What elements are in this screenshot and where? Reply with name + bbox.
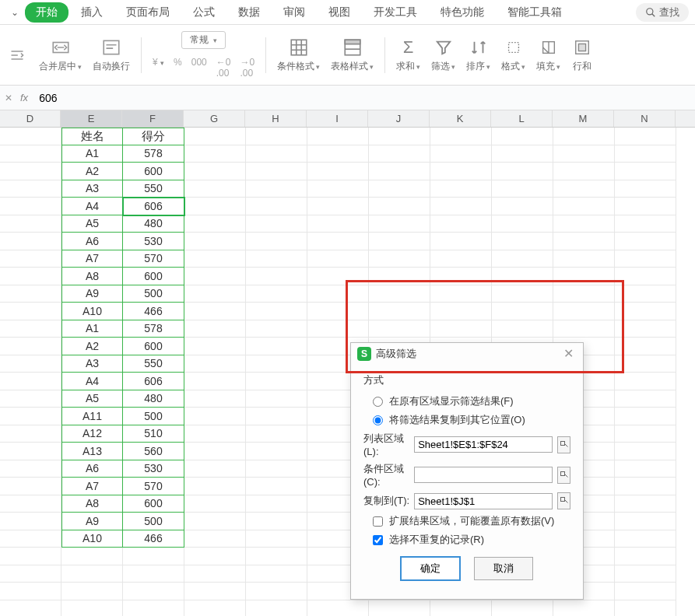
grid-cell[interactable]	[0, 425, 61, 443]
column-header-m[interactable]: M	[553, 110, 614, 127]
extend-results-checkbox[interactable]	[373, 516, 383, 527]
grid-cell[interactable]	[184, 583, 246, 600]
grid-cell[interactable]	[0, 320, 61, 338]
grid-cell[interactable]	[369, 163, 430, 180]
ribbon-search[interactable]: 查找	[636, 3, 689, 22]
grid-cell[interactable]	[184, 268, 246, 285]
grid-cell[interactable]	[246, 425, 307, 443]
grid-cell[interactable]	[0, 390, 61, 408]
table-cell[interactable]: A8	[61, 495, 123, 513]
grid-cell[interactable]	[615, 600, 676, 617]
grid-cell[interactable]	[307, 233, 369, 250]
grid-cell[interactable]	[492, 198, 553, 215]
grid-cell[interactable]	[184, 373, 246, 390]
grid-cell[interactable]	[369, 198, 430, 215]
grid-cell[interactable]	[184, 513, 246, 530]
grid-cell[interactable]	[307, 128, 369, 145]
column-header-l[interactable]: L	[491, 110, 553, 127]
grid-cell[interactable]	[246, 443, 307, 460]
column-header-i[interactable]: I	[307, 110, 368, 127]
grid-cell[interactable]	[307, 250, 369, 268]
grid-cell[interactable]	[246, 338, 307, 355]
table-cell[interactable]: 578	[123, 145, 184, 163]
grid-cell[interactable]	[246, 250, 307, 268]
grid-cell[interactable]	[0, 355, 61, 373]
grid-cell[interactable]	[553, 250, 615, 268]
grid-cell[interactable]	[0, 180, 61, 198]
grid-cell[interactable]	[430, 215, 492, 233]
grid-cell[interactable]	[246, 163, 307, 180]
grid-cell[interactable]	[430, 145, 492, 163]
table-cell[interactable]: 600	[123, 268, 184, 285]
grid-cell[interactable]	[615, 443, 676, 460]
grid-cell[interactable]	[369, 285, 430, 303]
grid-cell[interactable]	[307, 163, 369, 180]
grid-cell[interactable]	[615, 495, 676, 513]
close-icon[interactable]: ✕	[560, 346, 577, 361]
grid-cell[interactable]	[184, 285, 246, 303]
column-header-k[interactable]: K	[430, 110, 491, 127]
table-cell[interactable]: 600	[123, 338, 184, 355]
grid-cell[interactable]	[61, 600, 123, 617]
grid-cell[interactable]	[184, 443, 246, 460]
grid-cell[interactable]	[615, 215, 676, 233]
spreadsheet-grid[interactable]: 姓名得分A1578A2600A3550A4606A5480A6530A7570A…	[0, 128, 695, 616]
grid-cell[interactable]	[369, 250, 430, 268]
table-cell[interactable]: 480	[123, 390, 184, 408]
grid-cell[interactable]	[307, 145, 369, 163]
table-cell[interactable]: A2	[61, 163, 123, 180]
indent-decrease-icon[interactable]	[6, 44, 28, 66]
table-cell[interactable]: A4	[61, 198, 123, 215]
grid-cell[interactable]	[553, 233, 615, 250]
grid-cell[interactable]	[492, 320, 553, 338]
grid-cell[interactable]	[246, 530, 307, 548]
grid-cell[interactable]	[492, 285, 553, 303]
grid-cell[interactable]	[615, 338, 676, 355]
grid-cell[interactable]	[615, 583, 676, 600]
sum-group[interactable]: Σ 求和▾	[396, 37, 420, 73]
grid-cell[interactable]	[246, 355, 307, 373]
grid-cell[interactable]	[492, 145, 553, 163]
column-header-e[interactable]: E	[61, 110, 122, 127]
grid-cell[interactable]	[430, 320, 492, 338]
grid-cell[interactable]	[430, 233, 492, 250]
tab-review[interactable]: 审阅	[272, 2, 316, 23]
grid-cell[interactable]	[246, 478, 307, 495]
copy-to-input[interactable]	[414, 493, 553, 509]
grid-cell[interactable]	[246, 285, 307, 303]
grid-cell[interactable]	[492, 233, 553, 250]
grid-cell[interactable]	[184, 425, 246, 443]
grid-cell[interactable]	[0, 233, 61, 250]
grid-cell[interactable]	[0, 338, 61, 355]
grid-cell[interactable]	[184, 303, 246, 320]
ribbon-dropdown-icon[interactable]: ⌄	[6, 7, 23, 18]
ok-button[interactable]: 确定	[401, 557, 460, 580]
grid-cell[interactable]	[0, 460, 61, 478]
grid-cell[interactable]	[123, 548, 184, 565]
grid-cell[interactable]	[0, 285, 61, 303]
grid-cell[interactable]	[430, 303, 492, 320]
table-cell[interactable]: 466	[123, 303, 184, 320]
table-cell[interactable]: A9	[61, 513, 123, 530]
grid-cell[interactable]	[184, 145, 246, 163]
grid-cell[interactable]	[430, 128, 492, 145]
grid-cell[interactable]	[184, 338, 246, 355]
grid-cell[interactable]	[369, 233, 430, 250]
decimal-decrease-button[interactable]: →0.00	[240, 57, 254, 79]
grid-cell[interactable]	[184, 495, 246, 513]
grid-cell[interactable]	[0, 583, 61, 600]
grid-cell[interactable]	[0, 443, 61, 460]
radio-copy-to[interactable]: 将筛选结果复制到其它位置(O)	[363, 411, 570, 429]
grid-cell[interactable]	[0, 268, 61, 285]
grid-cell[interactable]	[246, 495, 307, 513]
grid-cell[interactable]	[246, 548, 307, 565]
table-cell[interactable]: 570	[123, 250, 184, 268]
table-cell[interactable]: A1	[61, 320, 123, 338]
grid-cell[interactable]	[615, 180, 676, 198]
tab-insert[interactable]: 插入	[70, 2, 114, 23]
grid-cell[interactable]	[0, 373, 61, 390]
table-cell[interactable]: A5	[61, 390, 123, 408]
tab-formula[interactable]: 公式	[182, 2, 226, 23]
grid-cell[interactable]	[553, 215, 615, 233]
grid-cell[interactable]	[553, 320, 615, 338]
